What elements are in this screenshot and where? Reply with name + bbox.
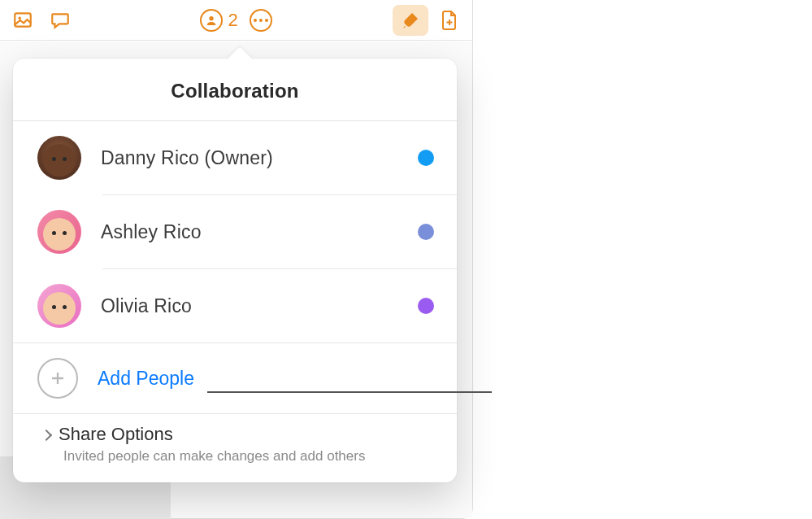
person-row[interactable]: Danny Rico (Owner)	[13, 121, 457, 194]
more-button[interactable]	[250, 9, 272, 32]
paintbrush-icon	[401, 11, 420, 30]
document-button[interactable]	[433, 5, 466, 36]
presence-dot	[418, 224, 434, 240]
presence-dot	[418, 150, 434, 166]
person-name: Ashley Rico	[101, 221, 398, 243]
document-plus-icon	[440, 10, 459, 31]
person-name: Olivia Rico	[101, 295, 398, 317]
ellipsis-icon	[254, 19, 268, 22]
collaboration-popover: Collaboration Danny Rico (Owner) Ashley …	[13, 59, 457, 482]
add-people-label: Add People	[98, 368, 194, 390]
toolbar: 2	[0, 0, 472, 41]
toolbar-center: 2	[197, 9, 271, 32]
app-window: 2 Co	[0, 0, 473, 519]
person-row[interactable]: Olivia Rico	[13, 269, 457, 342]
people-list: Danny Rico (Owner) Ashley Rico Olivia Ri…	[13, 121, 457, 482]
person-row[interactable]: Ashley Rico	[13, 195, 457, 268]
avatar	[37, 136, 81, 180]
callout-line	[207, 391, 492, 393]
collaborator-count: 2	[228, 10, 237, 31]
add-people-button[interactable]: Add People	[13, 343, 457, 413]
format-button[interactable]	[393, 5, 428, 36]
comment-button[interactable]	[44, 6, 76, 35]
share-options-label: Share Options	[59, 424, 173, 445]
share-options-subtitle: Invited people can make changes and add …	[63, 448, 434, 464]
collaboration-button[interactable]: 2	[197, 9, 241, 32]
svg-point-2	[210, 16, 214, 20]
chevron-right-icon	[41, 430, 52, 441]
person-icon	[200, 9, 223, 32]
svg-point-1	[18, 16, 20, 19]
plus-icon	[37, 358, 78, 399]
avatar	[37, 284, 81, 328]
media-button[interactable]	[7, 6, 39, 35]
toolbar-right	[393, 5, 466, 36]
presence-dot	[418, 298, 434, 314]
avatar	[37, 210, 81, 254]
share-options-button[interactable]: Share Options Invited people can make ch…	[13, 414, 457, 482]
person-name: Danny Rico (Owner)	[101, 147, 398, 169]
